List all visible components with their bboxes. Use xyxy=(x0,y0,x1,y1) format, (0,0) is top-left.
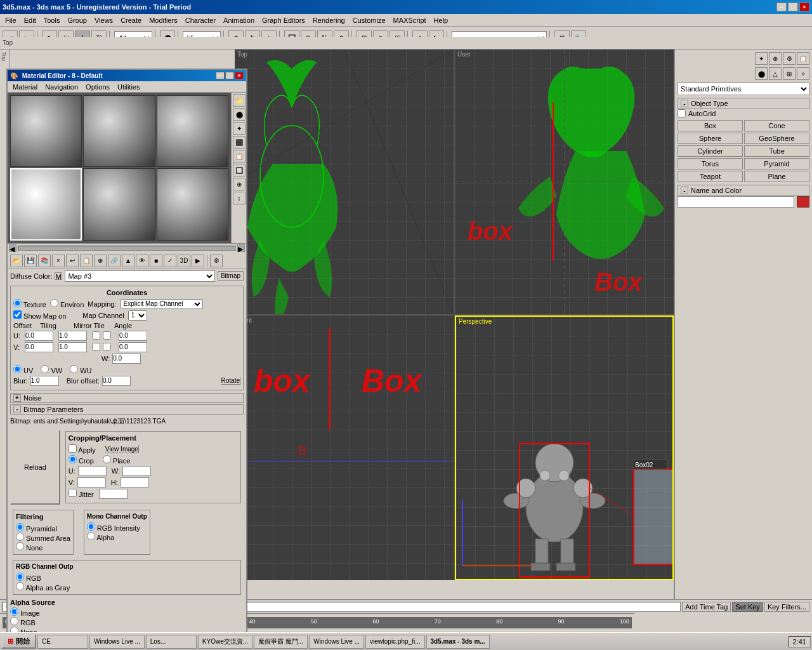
pyramidal-label[interactable]: Pyramidal xyxy=(16,523,70,533)
menu-edit[interactable]: Edit xyxy=(20,15,40,25)
mat-menu-material[interactable]: Material xyxy=(10,83,40,91)
taskbar-item-4[interactable]: 魔假爭霸 魔鬥... xyxy=(254,635,308,649)
mat-close-button[interactable]: × xyxy=(235,72,244,79)
mat-tool-options[interactable]: ⚙ xyxy=(210,255,223,267)
rgb-intensity-label[interactable]: RGB Intensity xyxy=(87,522,147,532)
menu-graph-editors[interactable]: Graph Editors xyxy=(258,15,309,25)
mat-sphere-2[interactable] xyxy=(83,95,155,167)
map-dropdown[interactable]: Map #3 xyxy=(65,270,214,282)
none-filter-radio[interactable] xyxy=(16,542,24,550)
torus-button[interactable]: Torus xyxy=(678,158,743,169)
jitter-checkbox[interactable] xyxy=(69,489,77,497)
mat-tool-3d[interactable]: 3D xyxy=(178,255,190,267)
mat-tool-reset[interactable]: ↩ xyxy=(66,255,79,267)
alpha-gray-radio[interactable] xyxy=(16,582,24,590)
mat-side-btn-4[interactable]: ⬛ xyxy=(233,136,246,149)
crop-v-input[interactable]: 0.0 xyxy=(77,477,106,488)
mat-tool-copy[interactable]: 📋 xyxy=(80,255,93,267)
rgb-intensity-radio[interactable] xyxy=(87,522,95,531)
viewport-perspective[interactable]: Perspective xyxy=(455,315,674,580)
viewport-top[interactable]: Top xyxy=(235,50,454,314)
jitter-label[interactable]: Jitter xyxy=(69,489,94,498)
alpha-label[interactable]: Alpha xyxy=(87,532,147,541)
tiling-u-input[interactable] xyxy=(58,331,87,341)
menu-group[interactable]: Group xyxy=(63,15,91,25)
mat-menu-options[interactable]: Options xyxy=(83,83,112,91)
alpha-gray-label[interactable]: Alpha as Gray xyxy=(16,582,238,592)
menu-file[interactable]: File xyxy=(1,15,20,25)
crop-h-input[interactable]: 1.0 xyxy=(121,477,149,488)
mat-restore-button[interactable]: □ xyxy=(225,72,234,79)
diffuse-map-icon[interactable]: M xyxy=(55,272,62,280)
texture-radio[interactable] xyxy=(13,299,22,307)
menu-views[interactable]: Views xyxy=(91,15,117,25)
apply-label[interactable]: Apply xyxy=(69,444,96,454)
bitmap-button[interactable]: Bitmap xyxy=(218,271,244,281)
mat-sphere-1[interactable] xyxy=(10,95,82,167)
environ-radio-label[interactable]: Environ xyxy=(50,299,84,308)
taskbar-item-1[interactable]: Windows Live ... xyxy=(89,635,145,649)
right-icon-2[interactable]: ⊕ xyxy=(769,52,782,65)
taskbar-item-5[interactable]: Windows Live ... xyxy=(309,635,364,649)
color-swatch[interactable] xyxy=(797,196,809,208)
rgb-alpha-radio[interactable] xyxy=(10,617,18,625)
mat-side-btn-3[interactable]: ✦ xyxy=(233,122,246,135)
noise-header[interactable]: + Noise xyxy=(10,393,244,403)
tile-u-checkbox[interactable] xyxy=(103,331,111,340)
texture-radio-label[interactable]: Texture xyxy=(13,299,46,308)
noise-collapse-btn[interactable]: + xyxy=(13,394,21,402)
mat-tool-put[interactable]: 💾 xyxy=(24,255,37,267)
right-icon-6[interactable]: △ xyxy=(769,67,782,80)
map-channel-dropdown[interactable]: 1 xyxy=(128,310,147,321)
autogrid-checkbox[interactable] xyxy=(678,109,686,117)
mat-tool-del[interactable]: × xyxy=(52,255,65,267)
wu-radio-label[interactable]: WU xyxy=(70,365,91,375)
mat-sphere-6[interactable] xyxy=(157,168,228,240)
none-filter-label[interactable]: None xyxy=(16,542,70,552)
mat-scroll-right[interactable]: ▶ xyxy=(237,244,245,252)
maximize-button[interactable]: □ xyxy=(788,3,798,11)
menu-tools[interactable]: Tools xyxy=(40,15,64,25)
view-image-button[interactable]: View Image xyxy=(105,445,139,453)
mirror-v-checkbox[interactable] xyxy=(92,343,100,351)
menu-rendering[interactable]: Rendering xyxy=(309,15,349,25)
mat-side-btn-8[interactable]: ↕ xyxy=(233,192,246,204)
mat-menu-utilities[interactable]: Utilities xyxy=(115,83,142,91)
taskbar-item-3[interactable]: KYOwe交流資... xyxy=(198,635,252,649)
show-map-checkbox[interactable] xyxy=(13,310,22,319)
blur-input[interactable] xyxy=(30,376,59,386)
mat-minimize-button[interactable]: − xyxy=(216,72,225,79)
reload-button[interactable]: Reload xyxy=(10,430,60,505)
mat-tool-nav-up[interactable]: ▲ xyxy=(122,255,134,267)
menu-animation[interactable]: Animation xyxy=(219,15,258,25)
tile-v-checkbox[interactable] xyxy=(103,343,111,351)
mat-tool-inst[interactable]: 🔗 xyxy=(108,255,121,267)
vw-radio-label[interactable]: VW xyxy=(41,365,62,375)
mat-tool-get[interactable]: 📂 xyxy=(10,255,23,267)
mat-tool-video[interactable]: ▶ xyxy=(192,255,204,267)
mat-tool-viewport[interactable]: 👁 xyxy=(136,255,148,267)
crop-w-input[interactable]: 1.0 xyxy=(122,466,151,476)
mat-sphere-3[interactable] xyxy=(157,95,228,167)
right-icon-1[interactable]: ✦ xyxy=(755,52,768,65)
right-icon-8[interactable]: ✧ xyxy=(797,67,809,80)
mat-side-btn-6[interactable]: 🔲 xyxy=(233,164,246,176)
vw-radio[interactable] xyxy=(41,365,49,373)
plane-button[interactable]: Plane xyxy=(744,171,809,182)
mat-tool-unique[interactable]: ⊕ xyxy=(94,255,107,267)
show-map-label[interactable]: Show Map on xyxy=(13,310,66,320)
menu-character[interactable]: Character xyxy=(181,15,219,25)
mat-tool-put-lib[interactable]: 📚 xyxy=(38,255,51,267)
right-icon-7[interactable]: ⊞ xyxy=(783,67,796,80)
mat-scroll-left[interactable]: ◀ xyxy=(9,244,16,252)
pyramid-button[interactable]: Pyramid xyxy=(744,158,809,169)
menu-maxscript[interactable]: MAXScript xyxy=(390,15,430,25)
blur-offset-input[interactable] xyxy=(102,376,131,386)
offset-v-input[interactable] xyxy=(25,342,53,352)
mat-sphere-5[interactable] xyxy=(83,168,155,240)
place-radio[interactable] xyxy=(103,455,111,463)
image-alpha-radio[interactable] xyxy=(10,607,18,616)
bitmap-params-header[interactable]: - Bitmap Parameters xyxy=(10,404,244,415)
angle-u-input[interactable] xyxy=(119,331,147,341)
wu-radio[interactable] xyxy=(70,365,78,373)
